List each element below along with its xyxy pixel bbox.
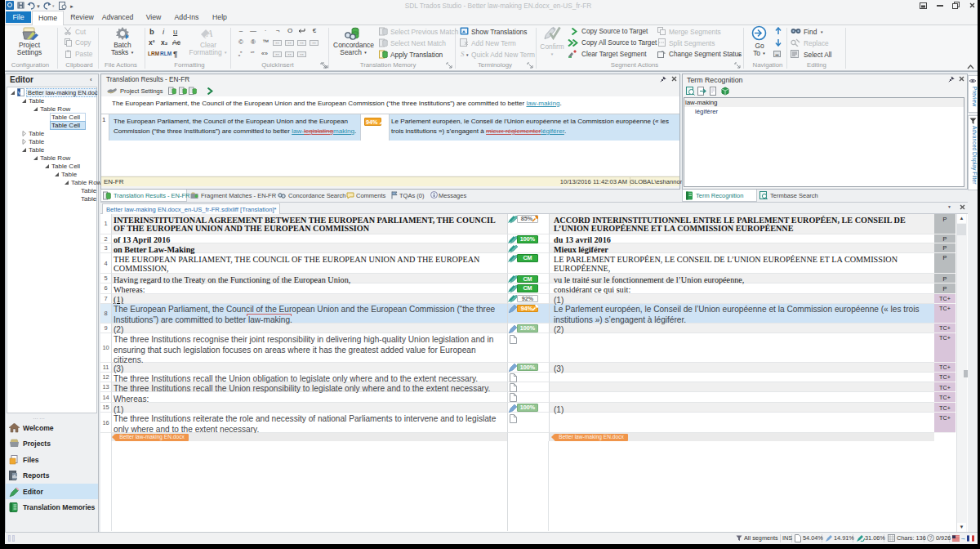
svg-text:A: A [206, 28, 213, 39]
svg-text:W: W [18, 90, 24, 96]
